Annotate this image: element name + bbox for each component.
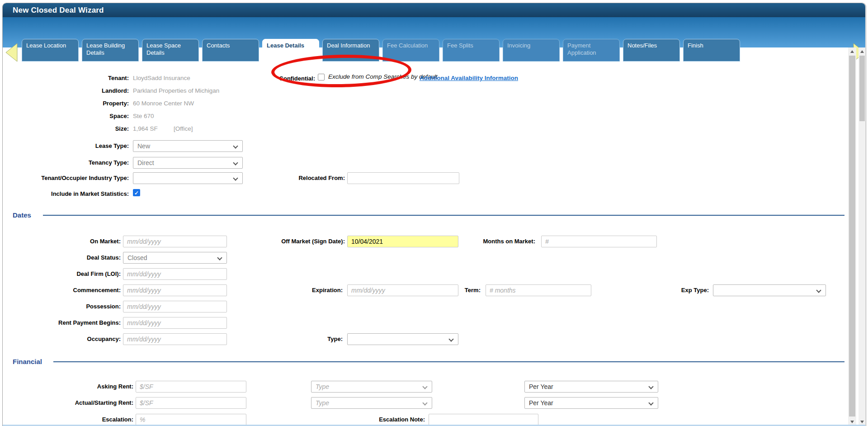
tab-finish[interactable]: Finish xyxy=(683,39,740,62)
relocated-from-input[interactable] xyxy=(347,172,459,184)
landlord-label: Landlord: xyxy=(27,87,129,94)
chevron-down-icon xyxy=(422,384,427,389)
on-market-input[interactable] xyxy=(123,236,227,247)
page-title: New Closed Deal Wizard xyxy=(13,6,104,15)
confidential-checkbox[interactable] xyxy=(318,74,325,80)
asking-rent-type-select[interactable]: Type xyxy=(311,381,432,393)
possession-input[interactable] xyxy=(123,301,227,312)
relocated-from-label: Relocated From: xyxy=(271,175,345,181)
tab-contacts[interactable]: Contacts xyxy=(202,39,259,62)
scroll-up-icon[interactable] xyxy=(860,50,864,53)
months-on-market-input[interactable] xyxy=(541,236,657,247)
outer-scrollbar-thumb[interactable] xyxy=(859,56,865,121)
tab-fee-calculation: Fee Calculation xyxy=(382,39,439,62)
size-type: [Office] xyxy=(174,125,193,132)
off-market-label: Off Market (Sign Date): xyxy=(253,238,345,245)
tab-deal-information[interactable]: Deal Information xyxy=(322,39,379,62)
occupancy-type-label: Type: xyxy=(307,336,343,342)
title-bar: New Closed Deal Wizard xyxy=(3,3,865,17)
term-input[interactable] xyxy=(486,284,591,296)
financial-section-title: Financial xyxy=(13,358,42,365)
property-label: Property: xyxy=(27,100,129,107)
chevron-down-icon xyxy=(648,384,653,389)
wizard-tab-strip: Lease Location Lease Building Details Le… xyxy=(3,17,865,47)
dates-section-title: Dates xyxy=(13,211,31,219)
tab-lease-building-details[interactable]: Lease Building Details xyxy=(82,39,139,62)
chevron-down-icon xyxy=(648,400,653,405)
chevron-down-icon xyxy=(448,336,453,341)
lease-type-label: Lease Type: xyxy=(27,142,129,149)
possession-label: Possession: xyxy=(36,303,121,310)
inner-scrollbar[interactable] xyxy=(848,47,856,426)
escalation-note-label: Escalation Note: xyxy=(362,416,425,423)
exp-type-select[interactable] xyxy=(713,284,826,296)
tab-lease-location[interactable]: Lease Location xyxy=(22,39,79,62)
commencement-label: Commencement: xyxy=(36,287,121,293)
escalation-note-input[interactable] xyxy=(429,414,538,426)
lease-type-select[interactable]: New xyxy=(133,140,243,152)
landlord-value: Parkland Properties of Michigan xyxy=(133,87,219,94)
asking-rent-label: Asking Rent: xyxy=(50,383,133,390)
chevron-down-icon xyxy=(422,400,427,405)
dates-section-rule xyxy=(43,215,844,216)
occupancy-input[interactable] xyxy=(123,333,227,345)
actual-rent-period-select[interactable]: Per Year xyxy=(524,397,658,409)
asking-rent-period-select[interactable]: Per Year xyxy=(524,381,658,393)
chevron-down-icon xyxy=(233,160,238,165)
tab-fee-splits: Fee Splits xyxy=(443,39,500,62)
outer-scrollbar[interactable] xyxy=(859,47,866,426)
actual-rent-label: Actual/Starting Rent: xyxy=(41,399,133,406)
tab-notes-files[interactable]: Notes/Files xyxy=(623,39,680,62)
inner-scrollbar-thumb[interactable] xyxy=(849,56,855,417)
expiration-label: Expiration: xyxy=(280,287,343,293)
tab-payment-application: Payment Application xyxy=(563,39,620,62)
commencement-input[interactable] xyxy=(123,284,227,296)
deal-status-label: Deal Status: xyxy=(36,254,121,261)
escalation-label: Escalation: xyxy=(50,416,133,423)
industry-type-select[interactable] xyxy=(133,172,243,184)
new-closed-deal-wizard: New Closed Deal Wizard Lease Location Le… xyxy=(0,0,868,426)
rent-payment-begins-input[interactable] xyxy=(123,317,227,329)
escalation-input[interactable] xyxy=(136,414,246,426)
scroll-down-icon[interactable] xyxy=(850,421,854,423)
financial-section-rule xyxy=(53,361,844,362)
left-arrow-icon xyxy=(5,56,18,64)
occupancy-type-select[interactable] xyxy=(347,333,458,345)
scroll-up-icon[interactable] xyxy=(850,50,854,53)
on-market-label: On Market: xyxy=(36,238,121,245)
include-market-stats-label: Include in Market Statistics: xyxy=(27,190,129,197)
off-market-input[interactable] xyxy=(347,236,458,247)
actual-rent-type-select[interactable]: Type xyxy=(311,397,432,409)
chevron-down-icon xyxy=(233,143,238,148)
actual-rent-input[interactable] xyxy=(136,397,246,409)
deal-status-select[interactable]: Closed xyxy=(123,252,227,264)
include-market-stats-checkbox[interactable] xyxy=(133,189,140,196)
chevron-down-icon xyxy=(816,288,821,293)
tab-lease-details[interactable]: Lease Details xyxy=(262,39,319,65)
exp-type-label: Exp Type: xyxy=(660,287,709,293)
deal-firm-label: Deal Firm (LOI): xyxy=(36,270,121,277)
scroll-down-icon[interactable] xyxy=(860,421,864,423)
occupancy-label: Occupancy: xyxy=(36,336,121,342)
chevron-down-icon xyxy=(233,175,238,180)
rent-payment-begins-label: Rent Payment Begins: xyxy=(23,319,121,326)
size-label: Size: xyxy=(27,125,129,132)
previous-step-button[interactable] xyxy=(5,43,18,62)
tab-invoicing: Invoicing xyxy=(503,39,560,62)
months-on-market-label: Months on Market: xyxy=(452,238,535,245)
additional-availability-link[interactable]: Additional Availability Information xyxy=(420,75,518,81)
chevron-down-icon xyxy=(217,255,222,260)
tenant-value: LloydSadd Insurance xyxy=(133,75,190,81)
space-label: Space: xyxy=(27,113,129,119)
tenant-label: Tenant: xyxy=(27,75,129,81)
property-value: 60 Monroe Center NW xyxy=(133,100,194,107)
asking-rent-input[interactable] xyxy=(136,381,246,393)
deal-firm-input[interactable] xyxy=(123,268,227,280)
space-value: Ste 670 xyxy=(133,113,154,119)
tenancy-type-select[interactable]: Direct xyxy=(133,157,243,169)
size-value: 1,964 SF xyxy=(133,125,158,132)
tenancy-type-label: Tenancy Type: xyxy=(27,159,129,166)
tab-lease-space-details[interactable]: Lease Space Details xyxy=(142,39,199,62)
window-frame xyxy=(2,3,866,426)
term-label: Term: xyxy=(434,287,481,293)
